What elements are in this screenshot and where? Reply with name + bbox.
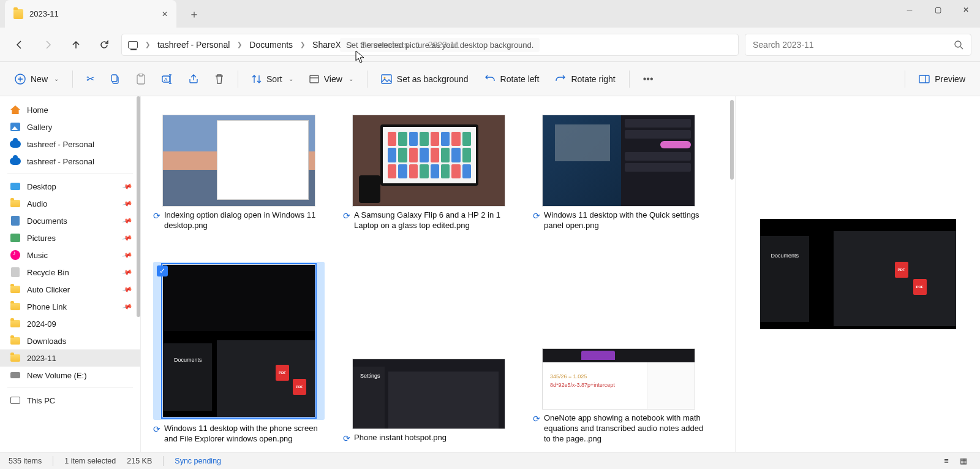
sync-icon: ⟳ (343, 210, 350, 231)
folder-icon (10, 320, 20, 327)
forward-button[interactable] (37, 34, 59, 56)
pictures-icon (10, 234, 20, 242)
pin-icon: 📌 (122, 181, 134, 192)
delete-button[interactable] (208, 70, 230, 88)
folder-icon (13, 9, 23, 19)
sidebar-item-label: 2024-09 (27, 319, 56, 329)
thumbnails-view-button[interactable]: ▦ (956, 455, 971, 467)
sidebar-item-gallery[interactable]: Gallery (0, 118, 140, 135)
drive-icon (10, 372, 20, 378)
sidebar-item-label: Desktop (27, 182, 56, 191)
divider (905, 71, 905, 88)
file-item[interactable]: ⟳A Samsung Galaxy Flip 6 and a HP 2 in 1… (343, 115, 514, 231)
rename-icon: A (162, 74, 173, 84)
sidebar-item-volume-e[interactable]: New Volume (E:) (0, 367, 140, 384)
sidebar-item-onedrive[interactable]: tashreef - Personal (0, 135, 140, 153)
share-icon (189, 74, 198, 84)
sidebar-item-label: Downloads (27, 337, 66, 346)
file-item-selected[interactable]: ✓ Documents PDF PDF ⟳Windows 11 desktop … (153, 262, 325, 444)
preview-toggle-button[interactable]: Preview (913, 71, 971, 88)
sort-icon (252, 74, 262, 84)
more-button[interactable]: ••• (637, 70, 660, 88)
rename-button[interactable]: A (156, 71, 179, 88)
divider (7, 387, 133, 388)
sidebar-item-downloads[interactable]: Downloads (0, 332, 140, 349)
svg-rect-5 (139, 74, 143, 76)
view-icon (309, 75, 319, 83)
sidebar-item-2023-11[interactable]: 2023-11 (0, 349, 140, 367)
window-tab[interactable]: 2023-11 ✕ (5, 0, 176, 28)
gallery-icon (10, 123, 20, 131)
file-name: Windows 11 desktop with the phone screen… (164, 424, 325, 444)
thumbnail (162, 115, 315, 207)
svg-rect-9 (382, 75, 391, 83)
copy-icon (110, 74, 120, 84)
divider (367, 71, 368, 88)
sidebar-item-music[interactable]: Music📌 (0, 246, 140, 264)
folder-icon (10, 200, 20, 207)
up-button[interactable] (65, 34, 87, 56)
preview-image: Documents PDF PDF (760, 219, 956, 329)
rotate-left-icon (484, 74, 496, 84)
sidebar-item-onedrive[interactable]: tashreef - Personal (0, 153, 140, 170)
new-button[interactable]: New ⌄ (9, 70, 65, 88)
chevron-down-icon: ⌄ (288, 75, 293, 82)
close-window-button[interactable]: ✕ (952, 0, 980, 20)
sidebar-item-label: Music (27, 251, 48, 260)
set-background-button[interactable]: Set as background (375, 71, 475, 88)
file-item[interactable]: ⟳Indexing option dialog open in Windows … (153, 115, 325, 231)
breadcrumb-root[interactable]: tashreef - Personal (157, 40, 230, 50)
pin-icon: 📌 (122, 267, 134, 278)
file-item[interactable]: Settings ⟳Phone instant hotspot.png (343, 359, 514, 444)
sidebar-item-phonelink[interactable]: Phone Link📌 (0, 298, 140, 315)
close-tab-icon[interactable]: ✕ (162, 10, 168, 18)
rotate-right-button[interactable]: Rotate right (549, 71, 621, 88)
view-button[interactable]: View ⌄ (303, 71, 360, 88)
refresh-button[interactable] (93, 34, 115, 56)
share-button[interactable] (183, 71, 205, 88)
sidebar-item-home[interactable]: Home (0, 101, 140, 118)
rotate-left-button[interactable]: Rotate left (478, 71, 546, 88)
breadcrumb-documents[interactable]: Documents (249, 40, 293, 50)
file-name: Phone instant hotspot.png (354, 433, 447, 444)
tooltip-text: Set the selected picture as your desktop… (346, 40, 533, 50)
sidebar-item-documents[interactable]: Documents📌 (0, 212, 140, 229)
maximize-button[interactable]: ▢ (924, 0, 952, 20)
sidebar-item-desktop[interactable]: Desktop📌 (0, 178, 140, 195)
minimize-button[interactable]: ─ (895, 0, 924, 20)
sync-icon: ⟳ (533, 413, 540, 444)
file-item[interactable]: 345/26 = 1.0258d*92e5/x-3.87p+intercept … (533, 348, 704, 444)
trash-icon (214, 74, 224, 85)
copy-button[interactable] (104, 71, 126, 88)
sidebar-item-label: Documents (27, 216, 67, 226)
sidebar-item-audio[interactable]: Audio📌 (0, 195, 140, 212)
sidebar-item-pictures[interactable]: Pictures📌 (0, 229, 140, 246)
thumbnail: Documents PDF PDF (162, 264, 315, 418)
back-button[interactable] (9, 34, 31, 56)
sort-button[interactable]: Sort ⌄ (246, 71, 300, 88)
title-bar: 2023-11 ✕ ＋ ─ ▢ ✕ (0, 0, 980, 28)
sync-icon: ⟳ (153, 210, 160, 231)
sidebar-item-this-pc[interactable]: This PC (0, 392, 140, 409)
ellipsis-icon: ••• (643, 74, 654, 85)
folder-icon (10, 286, 20, 293)
window-controls: ─ ▢ ✕ (895, 0, 980, 20)
status-sync: Sync pending (175, 457, 221, 465)
breadcrumb-sharex[interactable]: ShareX (312, 40, 341, 50)
command-bar: New ⌄ ✂ A Sort ⌄ View ⌄ Set as backgroun… (0, 62, 980, 96)
cut-button[interactable]: ✂ (80, 69, 100, 88)
sidebar-item-autoclicker[interactable]: Auto Clicker📌 (0, 281, 140, 298)
new-tab-button[interactable]: ＋ (184, 4, 205, 24)
chevron-down-icon: ⌄ (349, 75, 353, 82)
checkbox-checked-icon[interactable]: ✓ (157, 265, 168, 276)
chevron-right-icon: ❯ (237, 41, 242, 48)
file-item[interactable]: ⟳Windows 11 desktop with the Quick setti… (533, 115, 704, 231)
music-icon (10, 250, 20, 260)
sidebar-item-2024-09[interactable]: 2024-09 (0, 315, 140, 332)
details-view-button[interactable]: ≡ (938, 455, 954, 467)
search-input[interactable]: Search 2023-11 (745, 34, 971, 56)
paste-button[interactable] (130, 70, 152, 88)
sidebar-item-recycle-bin[interactable]: Recycle Bin📌 (0, 264, 140, 281)
pin-icon: 📌 (122, 301, 134, 312)
sidebar-item-label: Pictures (27, 234, 56, 243)
